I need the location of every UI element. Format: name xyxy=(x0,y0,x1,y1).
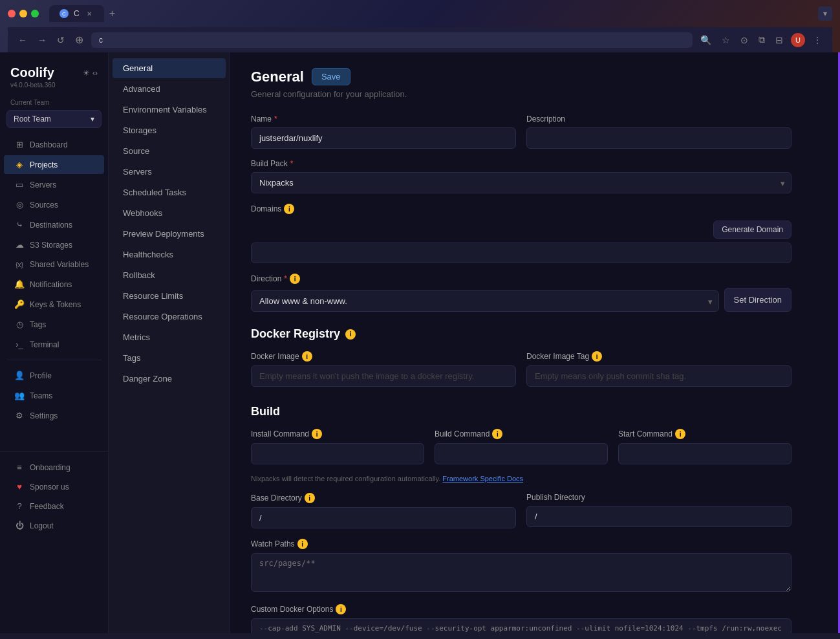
close-traffic-light[interactable] xyxy=(8,10,16,17)
name-input[interactable] xyxy=(251,127,516,149)
sidebar-item-sources[interactable]: ◎ Sources xyxy=(4,195,104,214)
docker-image-input[interactable] xyxy=(251,365,516,387)
sub-nav-resource-operations[interactable]: Resource Operations xyxy=(113,307,226,327)
build-pack-select[interactable]: Nixpacks Dockerfile Docker Compose Stati… xyxy=(251,172,792,193)
sidebar-item-sponsor[interactable]: ♥ Sponsor us xyxy=(4,477,104,496)
description-input[interactable] xyxy=(526,127,792,149)
team-section: Current Team Root Team ▾ xyxy=(0,99,108,135)
sidebar-item-keys[interactable]: 🔑 Keys & Tokens xyxy=(4,295,104,314)
sidebar-item-terminal[interactable]: ›_ Terminal xyxy=(4,335,104,354)
build-pack-label: Build Pack * xyxy=(251,159,792,168)
sidebar-item-s3[interactable]: ☁ S3 Storages xyxy=(4,235,104,254)
bookmark-button[interactable]: ☆ xyxy=(719,32,733,48)
sidebar-item-projects[interactable]: ◈ Projects xyxy=(4,155,104,174)
sidebar-item-notifications[interactable]: 🔔 Notifications xyxy=(4,275,104,294)
docker-image-tag-label: Docker Image Tag i xyxy=(526,351,792,362)
sub-nav-metrics[interactable]: Metrics xyxy=(113,327,226,347)
sidebar-item-settings[interactable]: ⚙ Settings xyxy=(4,406,104,425)
direction-info-icon[interactable]: i xyxy=(290,274,300,284)
extensions-button[interactable]: ⊕ xyxy=(72,31,86,49)
sub-nav-general[interactable]: General xyxy=(113,58,226,78)
sub-nav-resource-limits[interactable]: Resource Limits xyxy=(113,286,226,306)
sidebar: Coolify ☀ ‹› v4.0.0-beta.360 Current Tea… xyxy=(0,52,109,633)
theme-toggle-button[interactable]: ☀ xyxy=(83,69,90,78)
new-tab-button[interactable]: + xyxy=(107,5,118,22)
brand-settings-button[interactable]: ‹› xyxy=(92,69,98,78)
publish-directory-group: Publish Directory xyxy=(526,493,792,528)
domains-label: Domains i xyxy=(251,204,792,214)
profile-circle-button[interactable]: ⊙ xyxy=(738,32,751,48)
start-command-label: Start Command i xyxy=(618,429,792,439)
watch-paths-group: Watch Paths i xyxy=(251,539,792,594)
publish-directory-input[interactable] xyxy=(526,506,792,527)
tab-menu-button[interactable]: ▾ xyxy=(818,6,832,21)
sub-nav-tags[interactable]: Tags xyxy=(113,348,226,368)
sub-nav-servers[interactable]: Servers xyxy=(113,162,226,182)
custom-docker-input[interactable] xyxy=(251,618,792,633)
domains-info-icon[interactable]: i xyxy=(284,204,294,214)
active-tab[interactable]: C C ✕ xyxy=(49,5,104,22)
start-command-info-icon[interactable]: i xyxy=(675,429,685,439)
sub-nav-rollback[interactable]: Rollback xyxy=(113,265,226,285)
keys-icon: 🔑 xyxy=(14,299,25,309)
domains-input-area[interactable] xyxy=(251,243,792,263)
minimize-traffic-light[interactable] xyxy=(19,10,27,17)
build-command-info-icon[interactable]: i xyxy=(492,429,502,439)
menu-button[interactable]: ⋮ xyxy=(810,32,824,48)
user-avatar-button[interactable]: U xyxy=(791,33,805,47)
sidebar-item-tags[interactable]: ◷ Tags xyxy=(4,315,104,334)
set-direction-button[interactable]: Set Direction xyxy=(724,288,792,312)
sidebar-item-destinations[interactable]: ⤷ Destinations xyxy=(4,215,104,234)
sidebar-item-dashboard[interactable]: ⊞ Dashboard xyxy=(4,135,104,154)
cast-button[interactable]: ⊟ xyxy=(773,32,786,48)
sub-nav-danger-zone[interactable]: Danger Zone xyxy=(113,369,226,389)
base-directory-info-icon[interactable]: i xyxy=(305,493,315,503)
sidebar-item-teams[interactable]: 👥 Teams xyxy=(4,386,104,405)
forward-button[interactable]: → xyxy=(35,32,49,48)
sub-nav-storages[interactable]: Storages xyxy=(113,120,226,140)
tab-close-button[interactable]: ✕ xyxy=(85,9,94,18)
sub-nav-advanced[interactable]: Advanced xyxy=(113,79,226,99)
sidebar-item-servers[interactable]: ▭ Servers xyxy=(4,175,104,194)
docker-registry-info-icon[interactable]: i xyxy=(345,329,356,340)
docker-registry-section: Docker Registry i Docker Image i Docker … xyxy=(251,327,792,387)
team-selector[interactable]: Root Team ▾ xyxy=(6,110,102,128)
generate-domain-button[interactable]: Generate Domain xyxy=(713,221,792,239)
custom-docker-info-icon[interactable]: i xyxy=(336,604,346,614)
build-command-input[interactable] xyxy=(435,443,608,464)
direction-select[interactable]: Allow www & non-www. www only non-www on… xyxy=(251,290,719,312)
base-directory-input[interactable] xyxy=(251,507,516,528)
install-command-info-icon[interactable]: i xyxy=(312,429,322,439)
sub-nav-scheduled-tasks[interactable]: Scheduled Tasks xyxy=(113,182,226,202)
maximize-traffic-light[interactable] xyxy=(31,10,39,17)
sub-nav-source[interactable]: Source xyxy=(113,141,226,161)
install-command-input[interactable] xyxy=(251,443,424,464)
sub-nav-healthchecks[interactable]: Healthchecks xyxy=(113,244,226,265)
sidebar-item-feedback[interactable]: ? Feedback xyxy=(4,497,104,515)
directory-row: Base Directory i Publish Directory xyxy=(251,493,792,528)
sidebar-item-onboarding[interactable]: ≡ Onboarding xyxy=(4,458,104,477)
build-pack-required: * xyxy=(290,159,294,168)
sub-nav-webhooks[interactable]: Webhooks xyxy=(113,203,226,223)
sidebar-item-profile[interactable]: 👤 Profile xyxy=(4,366,104,385)
search-button[interactable]: 🔍 xyxy=(698,32,714,48)
sidebar-item-shared-variables[interactable]: {x} Shared Variables xyxy=(4,255,104,274)
start-command-input[interactable] xyxy=(618,443,792,464)
logout-icon: ⏻ xyxy=(14,521,25,530)
framework-docs-link[interactable]: Framework Specific Docs xyxy=(442,475,523,482)
address-bar[interactable] xyxy=(91,32,693,48)
save-button[interactable]: Save xyxy=(312,68,350,85)
back-button[interactable]: ← xyxy=(16,32,30,48)
docker-image-tag-info-icon[interactable]: i xyxy=(592,351,602,362)
sub-nav-preview-deployments[interactable]: Preview Deployments xyxy=(113,224,226,244)
sub-nav-env-vars[interactable]: Environment Variables xyxy=(113,100,226,120)
docker-image-info-icon[interactable]: i xyxy=(302,351,312,362)
sidebar-item-logout[interactable]: ⏻ Logout xyxy=(4,516,104,535)
sidebar-label-destinations: Destinations xyxy=(30,221,72,230)
docker-image-tag-input[interactable] xyxy=(526,365,792,387)
watch-paths-textarea[interactable] xyxy=(251,553,792,592)
reload-button[interactable]: ↺ xyxy=(54,32,67,48)
direction-select-wrap: Allow www & non-www. www only non-www on… xyxy=(251,290,719,312)
watch-paths-info-icon[interactable]: i xyxy=(297,539,308,549)
extensions-mgr-button[interactable]: ⧉ xyxy=(756,32,768,48)
